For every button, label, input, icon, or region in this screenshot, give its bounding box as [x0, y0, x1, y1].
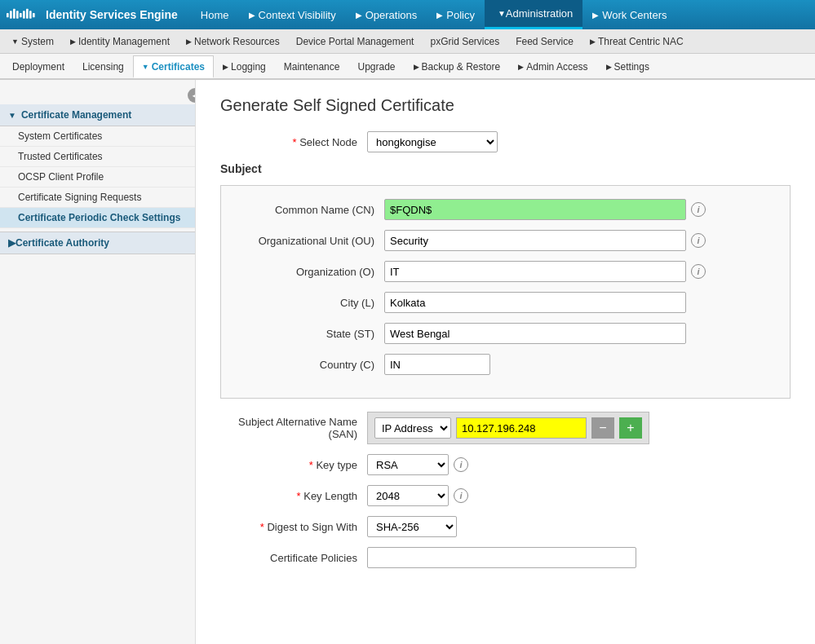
san-label: Subject Alternative Name (SAN) — [220, 416, 367, 440]
key-type-info-icon[interactable]: i — [454, 457, 468, 472]
digest-select[interactable]: SHA-256 SHA-384 SHA-512 — [367, 516, 457, 537]
san-type-select[interactable]: IP Address DNS Email URI — [374, 417, 451, 439]
tab-upgrade[interactable]: Upgrade — [348, 55, 404, 78]
select-node-dropdown[interactable]: hongkongise — [367, 131, 498, 152]
city-input[interactable] — [384, 292, 686, 313]
key-length-label: * Key Length — [220, 490, 367, 502]
nav-operations[interactable]: ▶ Operations — [346, 0, 427, 29]
required-star-keylength: * — [297, 490, 304, 502]
required-star-node: * — [293, 136, 300, 148]
sidebar-item-periodic-check[interactable]: Certificate Periodic Check Settings — [0, 208, 195, 228]
svg-rect-8 — [33, 13, 35, 17]
main-layout: ◄ ▼ Certificate Management System Certif… — [0, 80, 815, 644]
key-length-row: * Key Length 512 1024 2048 4096 i — [220, 485, 791, 506]
nav-policy[interactable]: ▶ Policy — [427, 0, 485, 29]
second-navigation: ▼ System ▶ Identity Management ▶ Network… — [0, 29, 815, 54]
tab-logging[interactable]: ▶ Logging — [214, 55, 275, 78]
tab-licensing[interactable]: Licensing — [73, 55, 133, 78]
nav2-tc-arrow: ▶ — [590, 37, 596, 46]
state-label: State (ST) — [237, 328, 384, 340]
sidebar-item-ocsp[interactable]: OCSP Client Profile — [0, 167, 195, 187]
nav2-network-resources[interactable]: ▶ Network Resources — [178, 29, 288, 54]
tab-backup-restore[interactable]: ▶ Backup & Restore — [405, 55, 510, 78]
nav2-system[interactable]: ▼ System — [3, 29, 62, 54]
policy-input[interactable] — [367, 547, 636, 568]
ou-info-icon[interactable]: i — [691, 233, 706, 248]
select-node-label: * Select Node — [220, 136, 367, 148]
nav2-system-dropdown-icon: ▼ — [11, 37, 19, 46]
city-row: City (L) — [237, 292, 773, 313]
cn-info-icon[interactable]: i — [691, 202, 706, 217]
third-navigation: Deployment Licensing ▼ Certificates ▶ Lo… — [0, 54, 815, 80]
tab-certificates[interactable]: ▼ Certificates — [133, 55, 214, 78]
sidebar: ◄ ▼ Certificate Management System Certif… — [0, 80, 196, 644]
sidebar-collapse-area: ◄ — [0, 86, 195, 104]
ou-input[interactable] — [384, 230, 686, 251]
country-input[interactable] — [384, 354, 490, 375]
nav-wc-arrow: ▶ — [592, 11, 599, 20]
sidebar-section-cert-mgmt[interactable]: ▼ Certificate Management — [0, 104, 195, 126]
org-label: Organization (O) — [237, 266, 384, 278]
logo-area: Identity Services Engine — [7, 7, 178, 23]
sidebar-section-cert-authority[interactable]: ▶ Certificate Authority — [0, 232, 195, 254]
tab-maintenance[interactable]: Maintenance — [275, 55, 349, 78]
svg-rect-7 — [29, 11, 32, 18]
tab-admin-access[interactable]: ▶ Admin Access — [509, 55, 596, 78]
nav2-idm-arrow: ▶ — [70, 37, 76, 46]
nav2-identity-mgmt[interactable]: ▶ Identity Management — [62, 29, 178, 54]
cn-input[interactable] — [384, 199, 686, 220]
tab-cert-dropdown-icon: ▼ — [142, 63, 149, 71]
app-title: Identity Services Engine — [46, 8, 178, 21]
san-row: Subject Alternative Name (SAN) IP Addres… — [220, 412, 791, 444]
svg-rect-0 — [7, 13, 9, 17]
nav2-threat-centric[interactable]: ▶ Threat Centric NAC — [582, 29, 692, 54]
key-type-label: * Key type — [220, 459, 367, 471]
country-row: Country (C) — [237, 354, 773, 375]
tab-br-arrow: ▶ — [414, 63, 419, 71]
key-type-row: * Key type RSA ECDSA i — [220, 454, 791, 475]
svg-rect-1 — [10, 11, 12, 18]
content-area: Generate Self Signed Certificate * Selec… — [196, 80, 815, 644]
svg-rect-4 — [20, 13, 22, 17]
org-info-icon[interactable]: i — [691, 264, 706, 279]
san-remove-button[interactable]: − — [591, 417, 614, 439]
top-nav-items: Home ▶ Context Visibility ▶ Operations ▶… — [191, 0, 808, 29]
nav2-feed-service[interactable]: Feed Service — [507, 29, 582, 54]
key-length-select[interactable]: 512 1024 2048 4096 — [367, 485, 449, 506]
sidebar-cert-mgmt-expand-icon: ▼ — [8, 111, 16, 120]
org-input[interactable] — [384, 261, 686, 282]
nav-context-visibility[interactable]: ▶ Context Visibility — [239, 0, 346, 29]
key-type-select[interactable]: RSA ECDSA — [367, 454, 449, 475]
san-value-input[interactable] — [456, 417, 587, 439]
san-add-button[interactable]: + — [619, 417, 642, 439]
nav2-nr-arrow: ▶ — [186, 37, 192, 46]
digest-row: * Digest to Sign With SHA-256 SHA-384 SH… — [220, 516, 791, 537]
nav-work-centers[interactable]: ▶ Work Centers — [582, 0, 676, 29]
key-length-info-icon[interactable]: i — [454, 488, 468, 503]
svg-rect-6 — [26, 9, 29, 19]
nav-administration[interactable]: ▼ Administration — [485, 0, 582, 29]
nav-cv-arrow: ▶ — [249, 11, 255, 20]
tab-settings[interactable]: ▶ Settings — [597, 55, 658, 78]
ou-label: Organizational Unit (OU) — [237, 235, 384, 247]
sidebar-item-trusted-certs[interactable]: Trusted Certificates — [0, 147, 195, 167]
tab-log-arrow: ▶ — [223, 63, 228, 71]
nav2-device-portal[interactable]: Device Portal Management — [288, 29, 423, 54]
state-row: State (ST) — [237, 323, 773, 344]
cisco-logo — [7, 7, 39, 23]
ou-row: Organizational Unit (OU) i — [237, 230, 773, 251]
country-label: Country (C) — [237, 359, 384, 371]
sidebar-collapse-button[interactable]: ◄ — [188, 88, 196, 103]
sidebar-item-system-certs[interactable]: System Certificates — [0, 126, 195, 147]
nav-admin-dropdown-icon: ▼ — [498, 9, 506, 18]
digest-label: * Digest to Sign With — [220, 521, 367, 533]
sidebar-item-signing-requests[interactable]: Certificate Signing Requests — [0, 187, 195, 208]
sidebar-cert-auth-expand-icon: ▶ — [8, 237, 16, 249]
nav-home[interactable]: Home — [191, 0, 239, 29]
state-input[interactable] — [384, 323, 686, 344]
tab-deployment[interactable]: Deployment — [3, 55, 73, 78]
cn-row: Common Name (CN) i — [237, 199, 773, 220]
nav2-pxgrid[interactable]: pxGrid Services — [422, 29, 507, 54]
svg-rect-5 — [23, 11, 25, 18]
top-navigation: Identity Services Engine Home ▶ Context … — [0, 0, 815, 29]
